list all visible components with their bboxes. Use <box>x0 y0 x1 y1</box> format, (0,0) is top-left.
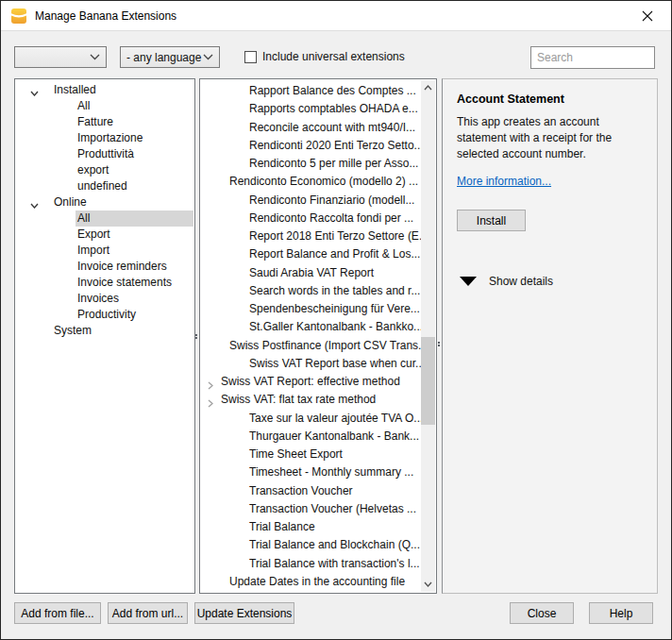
extension-item[interactable]: Swiss VAT Report: effective method <box>200 373 422 391</box>
tree-item-undefined[interactable]: undefined <box>15 178 194 194</box>
tree-item-label: Online <box>54 194 87 211</box>
extension-item[interactable]: Report 2018 Enti Terzo Settore (E... <box>200 227 422 245</box>
add-from-file-button[interactable]: Add from file... <box>14 602 101 624</box>
extension-item-label: Rendiconto Finanziario (modell... <box>249 192 414 210</box>
extension-item[interactable]: Rendiconto Finanziario (modell... <box>200 192 422 210</box>
universal-extensions-label: Include universal extensions <box>262 50 405 63</box>
extension-detail-panel: Account Statement This app creates an ac… <box>442 78 658 594</box>
extension-item[interactable]: Trial Balance with transaction's l... <box>200 555 422 573</box>
extension-item-label: Trial Balance <box>249 518 315 536</box>
extension-item[interactable]: Swiss VAT: flat tax rate method <box>200 391 422 409</box>
filter-toolbar: - any language - Include universal exten… <box>14 46 655 69</box>
tree-item-fatture[interactable]: Fatture <box>15 114 194 130</box>
tree-item-label: Importazione <box>77 130 143 146</box>
manage-extensions-dialog: Manage Banana Extensions - any language … <box>0 0 672 640</box>
show-details-label: Show details <box>489 275 553 288</box>
extension-item[interactable]: Rendiconto Economico (modello 2) ... <box>200 173 422 191</box>
extension-item[interactable]: Taxe sur la valeur ajoutée TVA O... <box>200 410 422 428</box>
extension-item[interactable]: Timesheet - Monthly summary ... <box>200 463 422 481</box>
extension-item[interactable]: Rendiconti 2020 Enti Terzo Setto... <box>200 137 422 155</box>
extension-item-label: Rendiconto Raccolta fondi per ... <box>249 210 413 227</box>
category-tree-panel: InstalledAllFattureImportazioneProduttiv… <box>14 78 195 594</box>
search-input[interactable] <box>530 46 655 69</box>
tree-item-invoices[interactable]: Invoices <box>15 291 194 307</box>
extension-description: This app creates an account statement wi… <box>457 114 643 162</box>
tree-item-invoice-reminders[interactable]: Invoice reminders <box>15 259 194 275</box>
more-information-link[interactable]: More information... <box>457 175 551 188</box>
extension-item-label: Timesheet - Monthly summary ... <box>249 463 413 481</box>
universal-extensions-checkbox[interactable] <box>244 51 257 63</box>
add-from-url-button[interactable]: Add from url... <box>108 602 188 624</box>
extension-item[interactable]: Report Balance and Profit & Los... <box>200 245 422 263</box>
extension-item[interactable]: Swiss VAT Report base when cur... <box>200 355 422 373</box>
tree-item-label: Fatture <box>77 114 113 130</box>
extension-item[interactable]: Reconcile account with mt940/I... <box>200 119 422 137</box>
extension-item[interactable]: Rapport Balance des Comptes ... <box>200 82 422 100</box>
extension-list: Rapport Balance des Comptes ...Rapports … <box>200 82 436 591</box>
chevron-down-icon <box>90 54 100 60</box>
extension-item[interactable]: Spendenbescheinigung für Vere... <box>200 300 422 318</box>
tree-item-online[interactable]: Online <box>15 194 194 211</box>
tree-item-all[interactable]: All <box>15 211 194 227</box>
install-button[interactable]: Install <box>457 210 526 231</box>
chevron-right-icon[interactable] <box>208 396 213 409</box>
tree-item-system[interactable]: System <box>15 323 194 339</box>
extension-item[interactable]: Trial Balance <box>200 518 422 536</box>
chevron-up-icon <box>424 85 432 91</box>
extension-item-label: Rendiconto Economico (modello 2) ... <box>229 173 418 191</box>
extension-list-panel: Rapport Balance des Comptes ...Rapports … <box>199 78 437 594</box>
tree-item-export[interactable]: Export <box>15 227 194 243</box>
tree-item-label: export <box>77 162 109 178</box>
extension-item-label: Rapports comptables OHADA e... <box>249 100 418 118</box>
extension-item[interactable]: Transaction Voucher <box>200 482 422 500</box>
scroll-up-button[interactable] <box>421 80 435 95</box>
extension-item[interactable]: Saudi Arabia VAT Report <box>200 264 422 282</box>
universal-extensions-option: Include universal extensions <box>244 50 405 63</box>
title-bar: Manage Banana Extensions <box>1 1 671 31</box>
tree-item-label: System <box>54 323 92 339</box>
tree-item-all[interactable]: All <box>15 98 194 114</box>
scroll-down-button[interactable] <box>421 577 435 592</box>
extension-item[interactable]: Transaction Voucher (Helvetas ... <box>200 500 422 518</box>
tree-item-label: undefined <box>77 178 127 194</box>
extension-item-label: Rapport Balance des Comptes ... <box>249 82 416 100</box>
extension-item-label: Report Balance and Profit & Los... <box>249 245 420 263</box>
category-dropdown[interactable] <box>14 46 107 68</box>
tree-item-produttivit-[interactable]: Produttività <box>15 146 194 162</box>
splitter-handle[interactable] <box>195 333 198 341</box>
tree-item-label: Invoice statements <box>77 275 172 291</box>
extension-item[interactable]: Trial Balance and Blockchain (Q... <box>200 536 422 554</box>
tree-item-label: Produttività <box>77 146 134 162</box>
tree-item-importazione[interactable]: Importazione <box>15 130 194 146</box>
extension-item[interactable]: Thurgauer Kantonalbank - Bank... <box>200 428 422 446</box>
extension-item-label: Swiss Postfinance (Import CSV Trans... <box>229 337 422 355</box>
update-extensions-button[interactable]: Update Extensions <box>194 602 294 624</box>
tree-item-label: Productivity <box>77 307 136 323</box>
extension-item-label: Thurgauer Kantonalbank - Bank... <box>249 428 419 446</box>
tree-item-invoice-statements[interactable]: Invoice statements <box>15 275 194 291</box>
extension-item[interactable]: Rendiconto 5 per mille per Asso... <box>200 155 422 173</box>
extension-item-label: Rendiconto 5 per mille per Asso... <box>249 155 418 173</box>
extension-item[interactable]: Rendiconto Raccolta fondi per ... <box>200 210 422 227</box>
extension-item[interactable]: Swiss Postfinance (Import CSV Trans... <box>200 337 422 355</box>
scrollbar-track[interactable] <box>421 80 435 592</box>
extension-item[interactable]: Time Sheet Export <box>200 446 422 463</box>
show-details-toggle[interactable]: Show details <box>460 275 553 288</box>
extension-item[interactable]: Rapports comptables OHADA e... <box>200 100 422 118</box>
extension-item-label: Search words in the tables and r... <box>249 282 420 300</box>
tree-item-export[interactable]: export <box>15 162 194 178</box>
language-dropdown[interactable]: - any language - <box>120 46 220 68</box>
help-button[interactable]: Help <box>589 602 653 624</box>
splitter-handle[interactable] <box>438 341 441 348</box>
extension-item[interactable]: Update Dates in the accounting file <box>200 573 422 591</box>
tree-item-installed[interactable]: Installed <box>15 82 194 98</box>
tree-item-label: Export <box>77 227 110 243</box>
extension-item[interactable]: Search words in the tables and r... <box>200 282 422 300</box>
close-window-button[interactable] <box>633 4 662 28</box>
extension-item[interactable]: St.Galler Kantonalbank - Bankko... <box>200 318 422 336</box>
close-button[interactable]: Close <box>510 602 574 624</box>
chevron-right-icon[interactable] <box>208 378 213 391</box>
tree-item-import[interactable]: Import <box>15 243 194 259</box>
scrollbar-thumb[interactable] <box>421 337 435 425</box>
tree-item-productivity[interactable]: Productivity <box>15 307 194 323</box>
